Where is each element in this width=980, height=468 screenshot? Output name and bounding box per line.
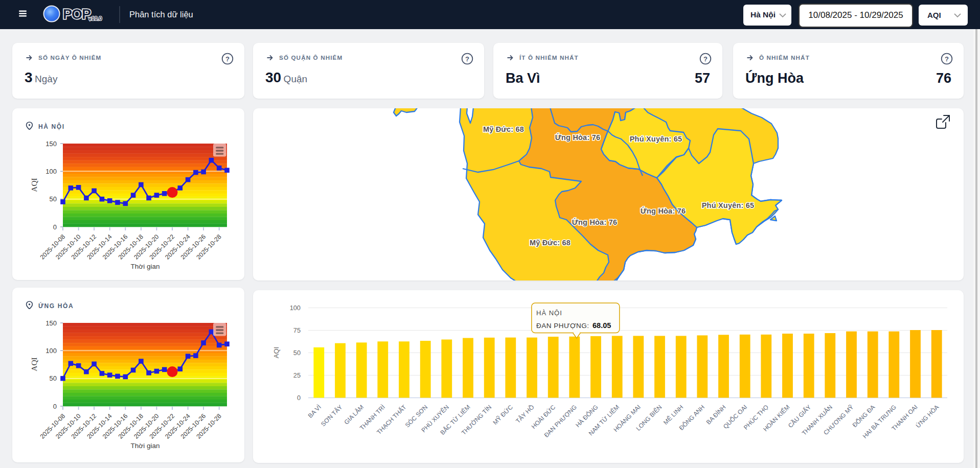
svg-text:AQI: AQI xyxy=(30,178,38,192)
svg-text:150: 150 xyxy=(45,319,57,327)
svg-text:Ứng Hòa: 76: Ứng Hòa: 76 xyxy=(641,206,686,215)
svg-text:TÂY HỒ: TÂY HỒ xyxy=(514,403,536,425)
svg-text:AQI: AQI xyxy=(272,347,280,358)
svg-text:Phú Xuyên: 65: Phú Xuyên: 65 xyxy=(630,135,682,143)
svg-text:Ứng Hòa: 76: Ứng Hòa: 76 xyxy=(555,133,600,142)
svg-text:BA VÌ: BA VÌ xyxy=(306,403,323,419)
svg-text:HÀ NỘI: HÀ NỘI xyxy=(536,309,562,317)
svg-text:?: ? xyxy=(465,55,469,63)
svg-text:MỸ ĐỨC: MỸ ĐỨC xyxy=(491,403,514,426)
svg-text:Thời gian: Thời gian xyxy=(131,263,160,270)
svg-text:v10.0: v10.0 xyxy=(88,15,102,21)
svg-text:100: 100 xyxy=(290,304,301,312)
svg-text:Phân tích dữ liệu: Phân tích dữ liệu xyxy=(129,10,193,19)
svg-text:25: 25 xyxy=(293,371,301,379)
svg-text:50: 50 xyxy=(293,349,301,357)
svg-text:0: 0 xyxy=(297,394,301,402)
svg-text:Mỹ Đức: 68: Mỹ Đức: 68 xyxy=(483,125,524,133)
svg-text:Mỹ Đức: 68: Mỹ Đức: 68 xyxy=(530,239,571,247)
svg-text:Phú Xuyên: 65: Phú Xuyên: 65 xyxy=(702,201,755,209)
svg-text:?: ? xyxy=(945,55,949,63)
svg-text:75: 75 xyxy=(293,326,301,334)
svg-text:100: 100 xyxy=(45,347,57,355)
svg-text:50: 50 xyxy=(50,375,57,382)
svg-text:0: 0 xyxy=(53,223,57,231)
svg-text:150: 150 xyxy=(45,140,57,148)
svg-text:AQI: AQI xyxy=(30,357,38,371)
svg-text:POP: POP xyxy=(63,7,91,22)
svg-text:?: ? xyxy=(225,55,230,63)
svg-text:ỨNG HÒA: ỨNG HÒA xyxy=(914,403,940,429)
svg-text:68.05: 68.05 xyxy=(592,321,611,330)
svg-text:Ứng Hòa: 76: Ứng Hòa: 76 xyxy=(572,218,617,226)
svg-text:ĐAN PHƯỢNG:: ĐAN PHƯỢNG: xyxy=(536,322,589,330)
svg-text:SƠN TÂY: SƠN TÂY xyxy=(319,403,344,428)
svg-text:?: ? xyxy=(703,55,708,63)
svg-text:100: 100 xyxy=(45,168,57,175)
svg-text:Thời gian: Thời gian xyxy=(131,442,160,450)
svg-text:0: 0 xyxy=(53,403,57,410)
svg-text:50: 50 xyxy=(50,195,57,203)
